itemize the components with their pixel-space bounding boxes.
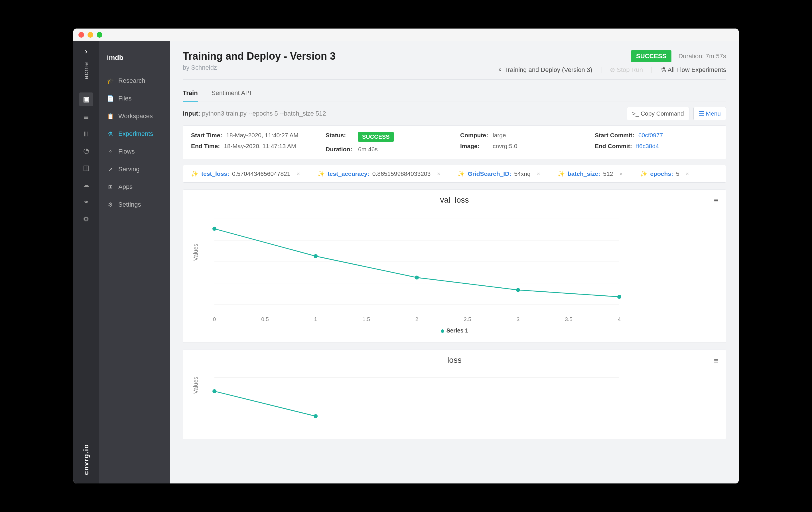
sidebar-item-files[interactable]: 📄Files: [99, 90, 170, 107]
app-window: › acme ▣ ≣ ⫼ ◔ ◫ ☁ ⚭ ⚙ cnvrg.io imdb 🎓Re…: [73, 29, 739, 483]
rail-datasets-icon[interactable]: ≣: [79, 110, 93, 123]
info-image: cnvrg:5.0: [493, 143, 517, 150]
files-icon: 📄: [107, 95, 114, 102]
apps-icon: ⊞: [107, 184, 114, 190]
svg-text:2.5: 2.5: [464, 316, 471, 322]
sidebar-item-label: Apps: [118, 183, 133, 191]
remove-tag-icon[interactable]: ×: [437, 170, 440, 177]
end-time: 18-May-2020, 11:47:13 AM: [224, 143, 296, 150]
rail-cloud-icon[interactable]: ☁: [79, 178, 93, 192]
minimize-icon[interactable]: [88, 32, 93, 38]
sidebar-item-serving[interactable]: ↗Serving: [99, 160, 170, 178]
sidebar-item-label: Experiments: [118, 130, 153, 138]
command-text: python3 train.py --epochs 5 --batch_size…: [202, 110, 326, 117]
remove-tag-icon[interactable]: ×: [619, 170, 623, 177]
close-icon[interactable]: [79, 32, 84, 38]
sidebar-item-label: Files: [118, 95, 132, 102]
svg-point-19: [212, 227, 216, 231]
brand-label: cnvrg.io: [82, 444, 90, 475]
sidebar-item-label: Settings: [118, 201, 141, 208]
tab-train[interactable]: Train: [183, 85, 198, 102]
stop-run-button: ⊘ Stop Run: [610, 66, 643, 74]
chart-ylabel: Values: [193, 377, 199, 394]
rail-library-icon[interactable]: ⫼: [79, 127, 93, 140]
sparkle-icon: ✨: [640, 170, 647, 177]
rail-cluster-icon[interactable]: ⚭: [79, 195, 93, 209]
chart-title: loss: [192, 356, 717, 365]
svg-point-22: [516, 288, 520, 292]
rail-project-icon[interactable]: ▣: [79, 92, 93, 106]
info-compute: large: [493, 132, 506, 139]
window-titlebar: [73, 29, 739, 41]
tag-gridsearchid: ✨GridSearch_ID: 54xnq×: [457, 170, 540, 177]
remove-tag-icon[interactable]: ×: [537, 170, 540, 177]
tag-epochs: ✨epochs: 5×: [640, 170, 689, 177]
svg-text:0: 0: [213, 316, 216, 322]
sidebar-item-workspaces[interactable]: 📋Workspaces: [99, 107, 170, 125]
command-row: input: python3 train.py --epochs 5 --bat…: [183, 102, 726, 125]
flows-icon: ⚬: [107, 148, 114, 155]
sidebar-item-flows[interactable]: ⚬Flows: [99, 143, 170, 160]
svg-point-28: [212, 389, 216, 393]
svg-text:0.5: 0.5: [261, 316, 268, 322]
chart-svg: 0.550.60.650.70.7500.511.522.533.54: [211, 208, 622, 324]
sidebar-item-label: Workspaces: [118, 112, 153, 120]
rail-packages-icon[interactable]: ◫: [79, 161, 93, 175]
copy-command-button[interactable]: >_ Copy Command: [627, 107, 689, 120]
page-header: Training and Deploy - Version 3 by Schne…: [183, 50, 726, 80]
tag-batchsize: ✨batch_size: 512×: [557, 170, 623, 177]
end-commit-link[interactable]: ff6c38d4: [636, 143, 659, 150]
project-name: imdb: [99, 48, 170, 72]
svg-text:3: 3: [517, 316, 520, 322]
sparkle-icon: ✨: [317, 170, 325, 177]
all-flows-link[interactable]: ⚗ All Flow Experiments: [661, 66, 726, 74]
experiments-icon: ⚗: [107, 130, 114, 137]
chart-title: val_loss: [192, 195, 717, 205]
svg-point-23: [617, 295, 621, 299]
info-status-badge: SUCCESS: [358, 132, 394, 142]
chart-menu-icon[interactable]: ≡: [714, 356, 719, 365]
status-badge: SUCCESS: [631, 50, 671, 62]
sparkle-icon: ✨: [457, 170, 465, 177]
flow-link[interactable]: ⚬ Training and Deploy (Version 3): [497, 66, 592, 74]
serving-icon: ↗: [107, 166, 114, 173]
chart-loss: loss≡Values11.2: [183, 350, 726, 439]
menu-button[interactable]: ☰ Menu: [693, 107, 726, 120]
tags-panel: ✨test_loss: 0.5704434656047821×✨test_acc…: [183, 165, 726, 183]
main-content: Training and Deploy - Version 3 by Schne…: [170, 41, 739, 483]
maximize-icon[interactable]: [97, 32, 103, 38]
sidebar: imdb 🎓Research📄Files📋Workspaces⚗Experime…: [99, 41, 170, 483]
left-rail: › acme ▣ ≣ ⫼ ◔ ◫ ☁ ⚭ ⚙ cnvrg.io: [73, 41, 99, 483]
chart-ylabel: Values: [193, 244, 199, 261]
remove-tag-icon[interactable]: ×: [686, 170, 689, 177]
sidebar-item-experiments[interactable]: ⚗Experiments: [99, 125, 170, 143]
sidebar-item-research[interactable]: 🎓Research: [99, 72, 170, 90]
svg-text:1: 1: [314, 316, 317, 322]
sparkle-icon: ✨: [191, 170, 198, 177]
workspaces-icon: 📋: [107, 113, 114, 119]
remove-tag-icon[interactable]: ×: [296, 170, 300, 177]
start-commit-link[interactable]: 60cf0977: [638, 132, 663, 139]
svg-text:1.5: 1.5: [362, 316, 370, 322]
chart-menu-icon[interactable]: ≡: [714, 196, 719, 205]
start-time: 18-May-2020, 11:40:27 AM: [226, 132, 298, 139]
svg-text:3.5: 3.5: [565, 316, 572, 322]
chart-svg: 11.2: [211, 368, 622, 430]
org-label: acme: [82, 62, 90, 79]
chart-val_loss: val_loss≡Values0.550.60.650.70.7500.511.…: [183, 189, 726, 343]
duration-text: Duration: 7m 57s: [678, 53, 726, 60]
research-icon: 🎓: [107, 77, 114, 84]
chevron-right-icon[interactable]: ›: [85, 47, 87, 56]
rail-admin-icon[interactable]: ⚙: [79, 212, 93, 226]
sidebar-item-settings[interactable]: ⚙Settings: [99, 196, 170, 214]
page-author: by Schneidz: [183, 64, 336, 71]
rail-dashboard-icon[interactable]: ◔: [79, 144, 93, 158]
sparkle-icon: ✨: [557, 170, 565, 177]
experiment-tabs: TrainSentiment API: [183, 85, 726, 102]
info-duration: 6m 46s: [358, 146, 378, 153]
svg-text:4: 4: [618, 316, 621, 322]
svg-point-21: [415, 276, 419, 280]
sidebar-item-apps[interactable]: ⊞Apps: [99, 178, 170, 196]
tab-sentiment-api[interactable]: Sentiment API: [211, 85, 251, 102]
sidebar-item-label: Serving: [118, 165, 140, 173]
